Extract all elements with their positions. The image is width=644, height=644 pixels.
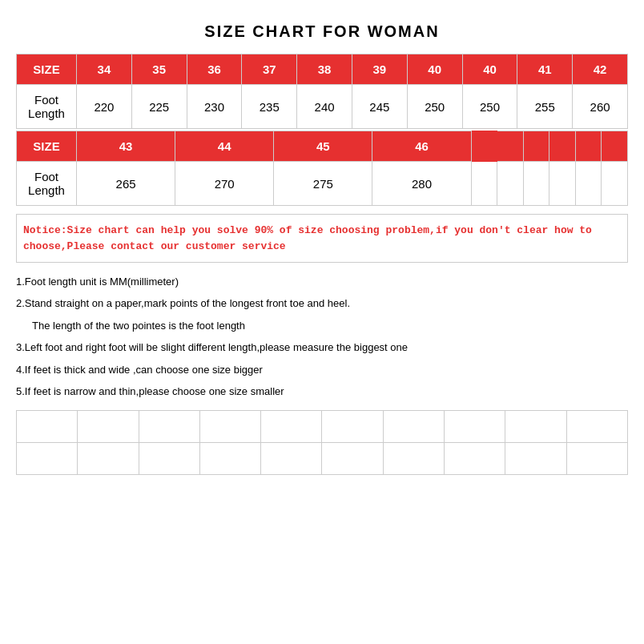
fl-240: 240 bbox=[297, 85, 352, 129]
size-empty1 bbox=[471, 131, 497, 162]
ec6 bbox=[322, 411, 383, 443]
fl-265: 265 bbox=[77, 162, 175, 206]
size-label-1: SIZE bbox=[17, 54, 77, 85]
ec10 bbox=[566, 411, 627, 443]
size-40a: 40 bbox=[407, 54, 462, 85]
size-table-2: SIZE 43 44 45 46 Foot Length 265 270 275… bbox=[16, 131, 628, 206]
chart-title: SIZE CHART FOR WOMAN bbox=[16, 16, 628, 47]
size-41: 41 bbox=[517, 54, 573, 85]
size-empty4 bbox=[549, 131, 576, 162]
size-empty6 bbox=[602, 131, 628, 162]
ec7 bbox=[383, 411, 444, 443]
instruction-4: 4.If feet is thick and wide ,can choose … bbox=[16, 360, 628, 379]
empty-bottom-table bbox=[16, 410, 628, 475]
fl-245: 245 bbox=[352, 85, 407, 129]
fl-empty5 bbox=[575, 162, 602, 206]
size-36: 36 bbox=[187, 54, 242, 85]
ec2 bbox=[78, 411, 139, 443]
empty-row-2 bbox=[17, 443, 628, 475]
ec9 bbox=[505, 411, 566, 443]
fl-230: 230 bbox=[187, 85, 242, 129]
instructions: 1.Foot length unit is MM(millimeter) 2.S… bbox=[16, 272, 628, 400]
fl-220: 220 bbox=[77, 85, 132, 129]
fl-225: 225 bbox=[131, 85, 187, 129]
notice-box: Notice:Size chart can help you solve 90%… bbox=[16, 214, 628, 263]
fl-280: 280 bbox=[372, 162, 471, 206]
ec5 bbox=[261, 411, 322, 443]
er7 bbox=[383, 443, 444, 475]
size-45: 45 bbox=[274, 131, 372, 162]
empty-row-1 bbox=[17, 411, 628, 443]
fl-empty6 bbox=[602, 162, 628, 206]
er3 bbox=[139, 443, 199, 475]
er5 bbox=[261, 443, 322, 475]
foot-length-label-1: Foot Length bbox=[17, 85, 77, 129]
notice-text: Notice:Size chart can help you solve 90%… bbox=[23, 224, 592, 252]
size-empty2 bbox=[497, 131, 524, 162]
foot-length-label-2: Foot Length bbox=[17, 162, 77, 206]
ec1 bbox=[17, 411, 78, 443]
size-chart-container: SIZE CHART FOR WOMAN SIZE 34 35 36 37 38… bbox=[16, 16, 628, 475]
size-table-1: SIZE 34 35 36 37 38 39 40 40 41 42 Foot … bbox=[16, 54, 628, 129]
header-row-1: SIZE 34 35 36 37 38 39 40 40 41 42 bbox=[17, 54, 628, 85]
size-label-2: SIZE bbox=[17, 131, 77, 162]
fl-empty4 bbox=[549, 162, 576, 206]
data-row-1: Foot Length 220 225 230 235 240 245 250 … bbox=[17, 85, 628, 129]
fl-250a: 250 bbox=[407, 85, 462, 129]
size-35: 35 bbox=[131, 54, 187, 85]
instruction-2b: The length of the two pointes is the foo… bbox=[16, 316, 628, 335]
fl-260: 260 bbox=[573, 85, 628, 129]
size-empty5 bbox=[575, 131, 602, 162]
size-46: 46 bbox=[372, 131, 471, 162]
er4 bbox=[199, 443, 260, 475]
er10 bbox=[566, 443, 627, 475]
data-row-2: Foot Length 265 270 275 280 bbox=[17, 162, 628, 206]
size-43: 43 bbox=[77, 131, 175, 162]
ec3 bbox=[139, 411, 199, 443]
er1 bbox=[17, 443, 78, 475]
size-39: 39 bbox=[352, 54, 407, 85]
er8 bbox=[445, 443, 505, 475]
fl-255: 255 bbox=[517, 85, 573, 129]
fl-270: 270 bbox=[175, 162, 274, 206]
instruction-2: 2.Stand straight on a paper,mark points … bbox=[16, 294, 628, 312]
size-40b: 40 bbox=[462, 54, 517, 85]
instruction-3: 3.Left foot and right foot will be sligh… bbox=[16, 338, 628, 356]
fl-275: 275 bbox=[274, 162, 372, 206]
size-44: 44 bbox=[175, 131, 274, 162]
ec4 bbox=[199, 411, 260, 443]
er2 bbox=[78, 443, 139, 475]
size-37: 37 bbox=[242, 54, 297, 85]
instruction-5: 5.If feet is narrow and thin,please choo… bbox=[16, 382, 628, 400]
fl-empty2 bbox=[497, 162, 524, 206]
ec8 bbox=[445, 411, 505, 443]
er9 bbox=[505, 443, 566, 475]
fl-empty1 bbox=[471, 162, 497, 206]
fl-empty3 bbox=[523, 162, 549, 206]
header-row-2: SIZE 43 44 45 46 bbox=[17, 131, 628, 162]
size-38: 38 bbox=[297, 54, 352, 85]
size-42: 42 bbox=[573, 54, 628, 85]
fl-235: 235 bbox=[242, 85, 297, 129]
size-empty3 bbox=[523, 131, 549, 162]
fl-250b: 250 bbox=[462, 85, 517, 129]
instruction-1: 1.Foot length unit is MM(millimeter) bbox=[16, 272, 628, 291]
er6 bbox=[322, 443, 383, 475]
size-34: 34 bbox=[77, 54, 132, 85]
